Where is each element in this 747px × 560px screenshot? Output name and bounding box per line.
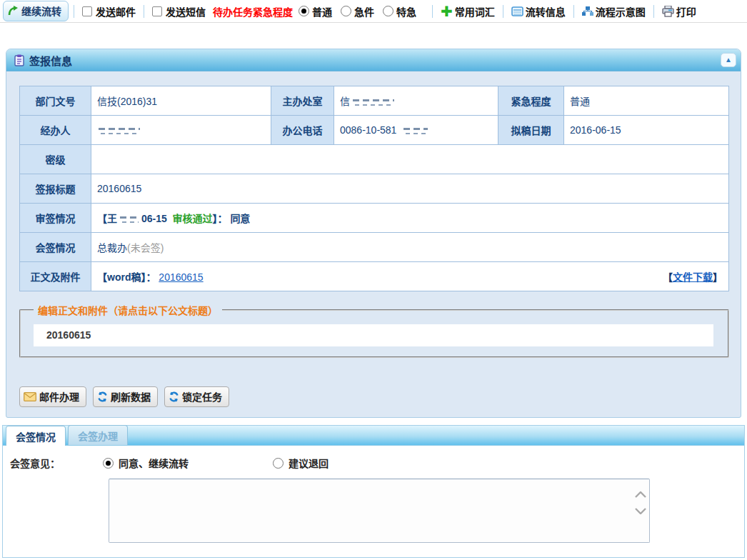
top-toolbar: 继续流转 发送邮件 发送短信 待办任务紧急程度 普通 急件 特急 ✚ 常用词汇 …: [0, 0, 747, 23]
flow-info-label: 流转信息: [526, 4, 566, 19]
print-label: 打印: [676, 4, 696, 19]
dept-doc-no-value: 信技(2016)31: [91, 86, 271, 116]
report-title-value: 20160615: [91, 174, 729, 204]
table-row: 会签情况 总裁办(未会签): [20, 233, 729, 262]
panel-body: 部门文号 信技(2016)31 主办处室 信 紧急程度 普通 经办人 办公电话 …: [6, 71, 741, 407]
word-draft-label: 【word稿】：: [97, 271, 156, 283]
envelope-icon: [24, 392, 36, 401]
countersign-panel: 会签情况 会签办理 会签意见： 同意、继续流转 建议退回: [2, 425, 745, 558]
toolbar-separator: [573, 5, 574, 18]
send-email-checkbox[interactable]: 发送邮件: [82, 4, 136, 19]
table-row: 经办人 办公电话 0086-10-581 拟稿日期 2016-06-15: [20, 116, 729, 145]
table-row: 密级: [20, 145, 729, 174]
table-row: 签报标题 20160615: [20, 174, 729, 204]
redacted-text: [120, 215, 139, 224]
report-info-table: 部门文号 信技(2016)31 主办处室 信 紧急程度 普通 经办人 办公电话 …: [19, 86, 729, 291]
collapse-panel-button[interactable]: ▲: [721, 53, 736, 67]
print-button[interactable]: 打印: [662, 4, 696, 19]
countersign-comment-textarea[interactable]: [109, 479, 650, 543]
office-phone-value: 0086-10-581: [334, 116, 498, 145]
mail-handle-label: 邮件办理: [39, 389, 79, 404]
toolbar-separator: [653, 5, 654, 18]
urgency-extra-urgent-label: 特急: [396, 4, 416, 19]
checkbox-icon: [152, 6, 162, 16]
common-words-button[interactable]: ✚ 常用词汇: [441, 4, 495, 19]
opinion-radio-agree[interactable]: 同意、继续流转: [103, 456, 189, 470]
host-office-value: 信: [334, 86, 498, 116]
countersign-opinion-label: 会签意见：: [10, 456, 103, 470]
review-status-value: 【王 06-15 审核通过】： 同意: [91, 204, 729, 233]
handler-label: 经办人: [20, 116, 91, 145]
radio-selected-icon: [299, 6, 309, 16]
edit-attachment-fieldset: 编辑正文和附件（请点击以下公文标题） 20160615: [19, 303, 729, 358]
edit-attachment-legend: 编辑正文和附件（请点击以下公文标题）: [34, 303, 222, 317]
file-download-link[interactable]: 文件下载: [673, 271, 713, 283]
urgency-radio-extra-urgent[interactable]: 特急: [383, 4, 416, 19]
flow-info-button[interactable]: 流转信息: [511, 4, 566, 19]
urgency-radio-urgent[interactable]: 急件: [341, 4, 374, 19]
refresh-data-label: 刷新数据: [111, 389, 151, 404]
panel-title: 签报信息: [29, 53, 721, 68]
opinion-agree-label: 同意、继续流转: [119, 456, 189, 470]
urgency-radio-normal[interactable]: 普通: [299, 4, 332, 19]
report-info-panel: 签报信息 ▲ 部门文号 信技(2016)31 主办处室 信 紧急程度 普通 经办…: [6, 49, 741, 418]
refresh-icon: [169, 391, 179, 402]
mail-handle-button[interactable]: 邮件办理: [19, 386, 86, 407]
scroll-down-icon[interactable]: [635, 508, 646, 514]
secrecy-label: 密级: [20, 145, 91, 174]
redacted-text: [403, 126, 428, 136]
send-sms-checkbox[interactable]: 发送短信: [152, 4, 206, 19]
countersign-tabstrip: 会签情况 会签办理: [3, 426, 744, 446]
send-sms-label: 发送短信: [166, 4, 206, 19]
urgency-urgent-label: 急件: [354, 4, 374, 19]
panel-button-row: 邮件办理 刷新数据 锁定任务: [19, 386, 731, 407]
flow-diagram-icon: [582, 6, 593, 16]
continue-flow-button[interactable]: 继续流转: [3, 1, 69, 21]
tab-countersign-status[interactable]: 会签情况: [6, 426, 66, 446]
flow-diagram-button[interactable]: 流程示意图: [582, 4, 646, 19]
draft-date-value: 2016-06-15: [564, 116, 729, 145]
toolbar-separator: [432, 5, 433, 18]
file-download-wrap: 【文件下载】: [663, 269, 723, 284]
countersign-status-value: 总裁办(未会签): [91, 233, 729, 262]
comment-area-wrap: [109, 479, 650, 543]
table-row: 正文及附件 【文件下载】 【word稿】： 20160615: [20, 262, 729, 291]
table-row: 部门文号 信技(2016)31 主办处室 信 紧急程度 普通: [20, 86, 729, 116]
toolbar-separator: [503, 5, 503, 18]
radio-selected-icon: [103, 458, 114, 469]
urgency-degree-label: 紧急程度: [498, 86, 564, 116]
table-row: 审签情况 【王 06-15 审核通过】： 同意: [20, 204, 729, 233]
printer-icon: [662, 6, 674, 17]
edit-doc-title-item[interactable]: 20160615: [34, 324, 713, 346]
opinion-radio-return[interactable]: 建议退回: [273, 456, 329, 470]
report-title-label: 签报标题: [20, 174, 91, 204]
opinion-return-label: 建议退回: [289, 456, 329, 470]
toolbar-separator: [144, 5, 144, 18]
redacted-text: [99, 126, 140, 136]
toolbar-separator: [74, 5, 74, 18]
checkbox-icon: [82, 6, 92, 16]
lock-task-button[interactable]: 锁定任务: [164, 386, 229, 407]
review-status-label: 审签情况: [20, 204, 91, 233]
countersign-status-label: 会签情况: [20, 233, 91, 262]
flow-info-icon: [511, 6, 523, 16]
host-office-label: 主办处室: [271, 86, 334, 116]
urgency-normal-label: 普通: [312, 4, 332, 19]
common-words-label: 常用词汇: [455, 4, 495, 19]
lock-task-label: 锁定任务: [182, 389, 222, 404]
urgency-degree-value: 普通: [564, 86, 729, 116]
refresh-icon: [97, 391, 108, 402]
dept-doc-no-label: 部门文号: [20, 86, 91, 116]
radio-icon: [383, 6, 393, 16]
refresh-data-button[interactable]: 刷新数据: [93, 386, 158, 407]
attachment-label: 正文及附件: [20, 262, 91, 291]
send-email-label: 发送邮件: [96, 4, 136, 19]
office-phone-label: 办公电话: [271, 116, 334, 145]
attachment-doc-link[interactable]: 20160615: [159, 271, 203, 283]
tab-countersign-handle[interactable]: 会签办理: [68, 425, 128, 445]
urgency-level-label: 待办任务紧急程度: [213, 4, 293, 19]
review-approved-text: 审核通过: [172, 213, 212, 224]
scroll-up-icon[interactable]: [635, 491, 646, 498]
plus-icon: ✚: [441, 6, 453, 16]
flow-diagram-label: 流程示意图: [596, 4, 646, 19]
